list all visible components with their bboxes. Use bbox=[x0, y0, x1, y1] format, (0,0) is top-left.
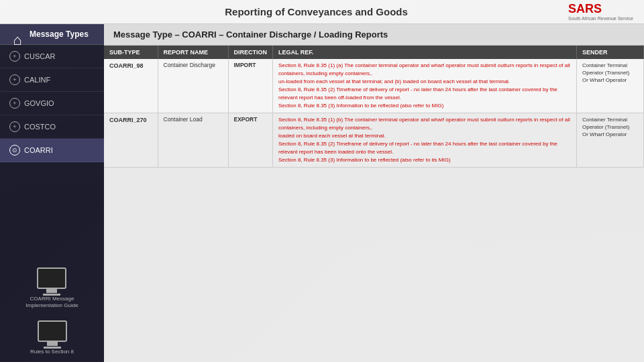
header-title: Reporting of Conveyances and Goods bbox=[64, 6, 568, 17]
monitor-label-rules: Rules to Section 8 bbox=[30, 349, 74, 355]
sidebar: Message Types + CUSCAR + CALINF + GOVGIO… bbox=[0, 24, 104, 362]
sidebar-item-calinf[interactable]: + CALINF bbox=[0, 68, 104, 92]
sidebar-item-label-coarri: COARRI bbox=[24, 146, 53, 154]
cell-sender-0: Container Terminal Operator (Transnet)Or… bbox=[577, 59, 644, 113]
sidebar-item-label-govgio: GOVGIO bbox=[24, 99, 54, 107]
table-row: COARRI_270Container LoadEXPORTSection 8,… bbox=[104, 113, 644, 168]
monitor-icon-coarri bbox=[37, 267, 66, 289]
cell-legalref-1: Section 8, Rule 8.35 (1) (b) The contain… bbox=[273, 113, 577, 168]
col-reportname: REPORT NAME bbox=[158, 46, 228, 59]
cell-sender-1: Container Terminal Operator (Transnet)Or… bbox=[577, 113, 644, 168]
cell-reportname-0: Container Discharge bbox=[158, 59, 228, 113]
sars-logo-sub: South African Revenue Service bbox=[568, 16, 633, 21]
sidebar-bottom: COARRI MessageImplementation Guide Rules… bbox=[0, 261, 104, 362]
cell-reportname-1: Container Load bbox=[158, 113, 228, 168]
coarri-table: SUB-TYPE REPORT NAME DIRECTION LEGAL REF… bbox=[104, 46, 644, 168]
col-direction: DIRECTION bbox=[228, 46, 273, 59]
monitor-link-coarri[interactable]: COARRI MessageImplementation Guide bbox=[25, 267, 78, 310]
sidebar-item-govgio[interactable]: + GOVGIO bbox=[0, 92, 104, 115]
table-header-row: SUB-TYPE REPORT NAME DIRECTION LEGAL REF… bbox=[104, 46, 644, 59]
sars-logo-text: SARS bbox=[568, 2, 633, 16]
cell-legalref-0: Section 8, Rule 8.35 (1) (a) The contain… bbox=[273, 59, 577, 113]
table-container: SUB-TYPE REPORT NAME DIRECTION LEGAL REF… bbox=[104, 46, 644, 362]
plus-icon-costco: + bbox=[9, 121, 20, 132]
header: Reporting of Conveyances and Goods SARS … bbox=[0, 0, 644, 24]
col-sender: SENDER bbox=[577, 46, 644, 59]
sidebar-item-label-calinf: CALINF bbox=[24, 76, 50, 84]
table-row: COARRI_98Container DischargeIMPORTSectio… bbox=[104, 59, 644, 113]
sidebar-item-label-costco: COSTCO bbox=[24, 123, 56, 131]
home-icon-wrap[interactable]: ⌂ bbox=[4, 27, 31, 54]
main-title: Message Type – COARRI – Container Discha… bbox=[104, 24, 644, 46]
col-subtype: SUB-TYPE bbox=[104, 46, 158, 59]
plus-icon-govgio: + bbox=[9, 98, 20, 109]
plus-icon-coarri: ⊙ bbox=[9, 145, 20, 156]
cell-subtype-0: COARRI_98 bbox=[104, 59, 158, 113]
monitor-link-rules[interactable]: Rules to Section 8 bbox=[30, 320, 74, 355]
sidebar-item-costco[interactable]: + COSTCO bbox=[0, 115, 104, 139]
sidebar-item-coarri[interactable]: ⊙ COARRI bbox=[0, 139, 104, 162]
sidebar-items: + CUSCAR + CALINF + GOVGIO + COSTCO ⊙ CO… bbox=[0, 45, 104, 261]
sars-logo: SARS South African Revenue Service bbox=[568, 2, 633, 21]
home-icon: ⌂ bbox=[13, 32, 21, 49]
plus-icon-calinf: + bbox=[9, 74, 20, 85]
cell-direction-1: EXPORT bbox=[228, 113, 273, 168]
col-legalref: LEGAL REF. bbox=[273, 46, 577, 59]
monitor-icon-rules bbox=[38, 320, 67, 342]
monitor-label-coarri: COARRI MessageImplementation Guide bbox=[25, 296, 78, 310]
cell-direction-0: IMPORT bbox=[228, 59, 273, 113]
main-content: Message Type – COARRI – Container Discha… bbox=[104, 24, 644, 362]
cell-subtype-1: COARRI_270 bbox=[104, 113, 158, 168]
